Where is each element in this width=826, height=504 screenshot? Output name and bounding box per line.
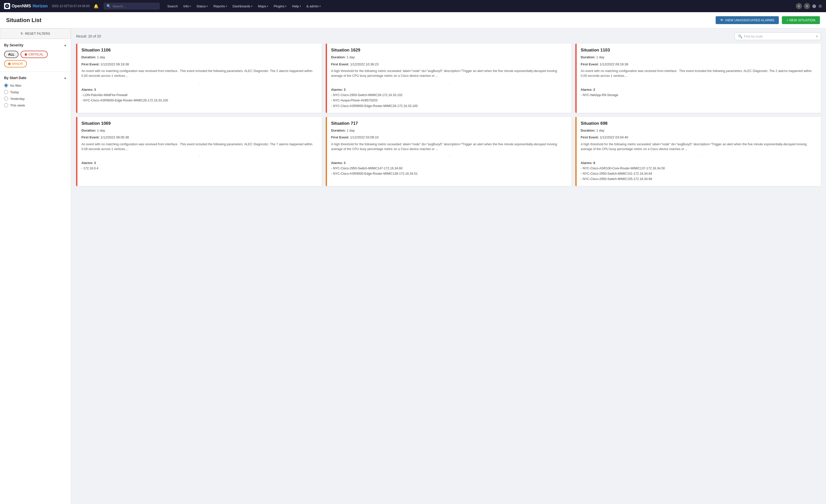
nav-help[interactable]: Help ▾ [289,3,303,10]
situation-title: Situation 1629 [331,48,567,53]
global-search-bar[interactable]: 🔍 [104,3,160,9]
nav-right-controls: 0 0 ⊕ ⚙ [796,3,822,9]
nav-plugins[interactable]: Plugins ▾ [271,3,289,10]
situation-alarms: Alarms: 3 - NYC-Cisco-2950-Switch-MIMIC2… [331,87,567,109]
app-logo[interactable]: OpenNMS Horizon [4,3,48,9]
date-filter-header[interactable]: By Start Date ▲ [4,76,67,80]
severity-all-button[interactable]: ALL [4,51,18,58]
situation-title: Situation 1106 [81,48,317,53]
severity-critical-button[interactable]: CRITICAL [20,51,48,58]
situation-title: Situation 1069 [81,121,317,126]
scroll-indicator: · [331,81,567,85]
view-unassociated-alarms-button[interactable]: 👁 VIEW UNASSOCIATED ALARMS [716,16,779,24]
notification-bell-icon[interactable]: 🔔 [94,4,99,9]
situation-meta: Duration: 1 day [81,128,317,133]
sidebar: ↻ RESET FILTERS By Severity ▲ ALL CRITIC… [0,28,71,504]
result-bar: Result: 20 of 20 🔍 ▾ [76,33,821,40]
chevron-up-icon: ▲ [64,76,67,80]
alarm-badge-1[interactable]: 0 [796,3,802,9]
search-icon: 🔍 [107,4,111,8]
situation-description: A high threshold for the following metri… [331,69,567,79]
situation-alarms: Alarms: 2 - NYC-NetApp-R9-Storage [581,87,817,98]
scroll-indicator: · [581,81,817,85]
chevron-down-icon: ▾ [206,5,208,8]
date-option-yesterday[interactable]: Yesterday [4,97,67,101]
situation-alarms: Alarms: 8 - NYC-Cisco-ASR100-Core-Router… [581,161,817,182]
nav-info[interactable]: Info ▾ [181,3,193,10]
chevron-down-icon: ▾ [267,5,268,8]
scroll-indicator: · [331,154,567,159]
situation-title: Situation 698 [581,121,817,126]
scroll-indicator: · [81,154,317,159]
reset-filters-button[interactable]: ↻ RESET FILTERS [0,28,71,39]
main-layout: ↻ RESET FILTERS By Severity ▲ ALL CRITIC… [0,28,826,504]
nav-status[interactable]: Status ▾ [194,3,210,10]
search-icon: 🔍 [738,34,742,38]
nav-search[interactable]: Search [165,3,180,10]
date-option-this-week[interactable]: This week [4,103,67,107]
content-area: Result: 20 of 20 🔍 ▾ Situation 1106 Dura… [71,28,826,504]
new-situation-button[interactable]: + NEW SITUATION [782,16,820,24]
minor-dot-icon [8,63,11,65]
situation-card-1[interactable]: Situation 1629 Duration: 1 day First Eve… [326,44,571,113]
date-option-today[interactable]: Today [4,90,67,94]
top-navigation: OpenNMS Horizon 2022-12-02T10:37:24-05:0… [0,0,826,12]
by-severity-section: By Severity ▲ ALL CRITICAL MINOR [0,39,71,71]
chevron-down-icon: ▾ [251,5,252,8]
chevron-down-icon: ▾ [226,5,227,8]
logo-text-opennms: OpenNMS [12,4,31,8]
severity-minor-button[interactable]: MINOR [4,60,27,67]
find-node-input[interactable] [744,35,815,38]
nav-menu: Search Info ▾ Status ▾ Reports ▾ Dashboa… [165,3,793,10]
situation-title: Situation 717 [331,121,567,126]
alarm-badge-2[interactable]: 0 [804,3,810,9]
page-header: Situation List 👁 VIEW UNASSOCIATED ALARM… [0,12,826,28]
situation-description: An event with no matching configuration … [581,69,817,79]
settings-icon[interactable]: ⚙ [818,4,822,9]
search-input[interactable] [112,4,148,8]
situation-meta: Duration: 1 day [331,128,567,133]
nav-admin[interactable]: & admin ▾ [304,3,323,10]
by-start-date-section: By Start Date ▲ No filter Today Yesterda… [0,71,71,111]
situation-description: An event with no matching configuration … [81,142,317,152]
nav-reports[interactable]: Reports ▾ [211,3,230,10]
header-buttons: 👁 VIEW UNASSOCIATED ALARMS + NEW SITUATI… [716,16,820,24]
situation-card-0[interactable]: Situation 1106 Duration: 1 day First Eve… [76,44,322,113]
page-title: Situation List [6,17,41,23]
logo-text-horizon: Horizon [33,4,48,8]
situation-alarms: Alarms: 3 - LON-PaloAlto-WildFire-Firewa… [81,87,317,104]
find-node-search[interactable]: 🔍 ▾ [735,33,821,40]
chevron-up-icon: ▲ [64,43,67,47]
situation-description: A high threshold for the following metri… [331,142,567,152]
severity-filter-header[interactable]: By Severity ▲ [4,43,67,47]
situation-card-3[interactable]: Situation 1069 Duration: 1 day First Eve… [76,117,322,186]
situation-grid: Situation 1106 Duration: 1 day First Eve… [76,44,821,186]
situation-card-5[interactable]: Situation 698 Duration: 1 day First Even… [575,117,821,186]
nav-dashboards[interactable]: Dashboards ▾ [230,3,255,10]
chevron-down-icon: ▾ [816,35,818,38]
situation-alarms: Alarms: 3 - NYC-Cisco-2950-Switch-MIMIC1… [331,161,567,177]
add-icon[interactable]: ⊕ [812,3,816,9]
situation-first-event: First Event: 1/12/2022 08:05:38 [81,135,317,140]
situation-alarms: Alarms: 3 - 172.16.0.4 [81,161,317,171]
situation-title: Situation 1103 [581,48,817,53]
situation-meta: Duration: 1 day [581,55,817,60]
situation-card-2[interactable]: Situation 1103 Duration: 1 day First Eve… [575,44,821,113]
chevron-down-icon: ▾ [285,5,286,8]
critical-dot-icon [24,53,27,56]
situation-first-event: First Event: 1/12/2022 03:09:10 [331,135,567,140]
situation-description: An event with no matching configuration … [81,69,317,79]
situation-card-4[interactable]: Situation 717 Duration: 1 day First Even… [326,117,571,186]
situation-description: A high threshold for the following metri… [581,142,817,152]
date-option-no-filter[interactable]: No filter [4,83,67,87]
situation-meta: Duration: 1 day [331,55,567,60]
situation-meta: Duration: 1 day [81,55,317,60]
refresh-icon: ↻ [20,32,23,36]
chevron-down-icon: ▾ [300,5,301,8]
timestamp: 2022-12-02T10:37:24-05:00 [52,4,90,8]
scroll-indicator: · [581,154,817,159]
situation-first-event: First Event: 1/12/2022 03:04:40 [581,135,817,140]
situation-first-event: First Event: 1/12/2022 09:19:38 [81,62,317,67]
nav-maps[interactable]: Maps ▾ [255,3,271,10]
logo-icon [4,3,10,9]
